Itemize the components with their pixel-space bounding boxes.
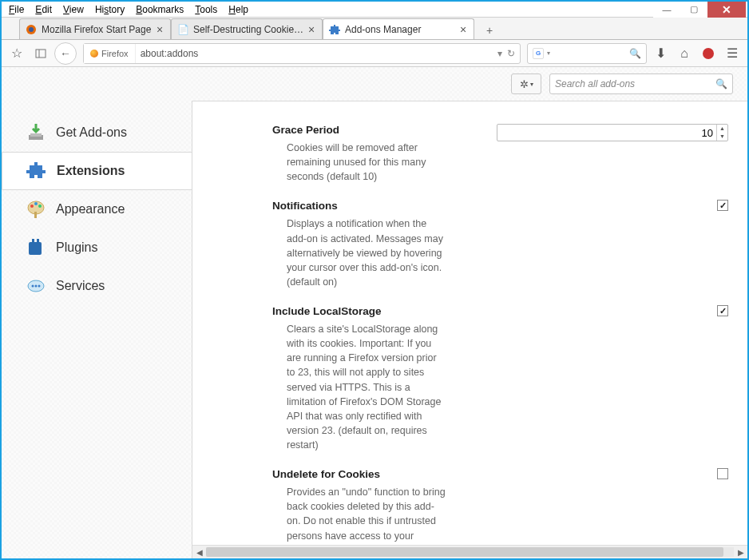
addon-search-placeholder: Search all add-ons <box>555 78 635 89</box>
appearance-icon <box>26 199 46 220</box>
tab-close-icon[interactable]: × <box>306 24 317 35</box>
dropdown-icon[interactable]: ▾ <box>497 48 502 59</box>
sidebar-item-extensions[interactable]: Extensions <box>2 152 192 190</box>
notifications-checkbox[interactable] <box>717 200 728 211</box>
menu-history[interactable]: History <box>89 3 130 16</box>
sidebar-item-label: Appearance <box>56 202 125 216</box>
svg-point-7 <box>30 205 34 208</box>
scroll-track[interactable] <box>206 547 734 557</box>
scroll-right-icon[interactable]: ▶ <box>734 548 747 557</box>
maximize-button[interactable]: ▢ <box>680 2 707 18</box>
pref-title: Include LocalStorage <box>272 305 446 317</box>
site-identity[interactable]: Firefox <box>84 44 136 63</box>
preferences-panel: Grace Period Cookies will be removed aft… <box>192 101 747 558</box>
svg-point-9 <box>38 205 42 208</box>
number-spinner[interactable]: ▲▼ <box>716 125 727 141</box>
pref-undelete: Undelete for Cookies Provides an "undo" … <box>272 468 728 545</box>
svg-rect-5 <box>30 133 42 137</box>
new-tab-button[interactable]: + <box>479 22 500 39</box>
url-text[interactable]: about:addons <box>136 48 493 59</box>
url-actions: ▾ ↻ <box>493 48 520 59</box>
tab-label: Mozilla Firefox Start Page <box>42 24 154 35</box>
sidebar-item-plugins[interactable]: Plugins <box>2 228 192 267</box>
pref-desc: Cookies will be removed after remaining … <box>272 141 446 184</box>
pref-desc: Clears a site's LocalStorage along with … <box>272 322 446 452</box>
pref-notifications: Notifications Displays a notification wh… <box>272 200 728 289</box>
svg-point-16 <box>35 285 38 288</box>
pref-localstorage: Include LocalStorage Clears a site's Loc… <box>272 305 728 452</box>
pref-grace-period: Grace Period Cookies will be removed aft… <box>272 124 728 184</box>
tools-menu-button[interactable]: ✲▾ <box>511 73 541 94</box>
adblock-icon[interactable] <box>698 43 719 64</box>
identity-label: Firefox <box>101 49 129 58</box>
menu-file[interactable]: File <box>3 3 30 16</box>
downloads-icon[interactable]: ⬇ <box>650 43 671 64</box>
svg-point-1 <box>29 27 34 32</box>
menu-view[interactable]: View <box>57 3 89 16</box>
tab-2[interactable]: Add-ons Manager × <box>323 18 474 39</box>
addon-search-box[interactable]: Search all add-ons 🔍 <box>549 73 733 94</box>
pref-title: Notifications <box>272 200 446 212</box>
firefox-icon <box>25 23 38 36</box>
sidebar-item-get-addons[interactable]: Get Add-ons <box>2 113 192 152</box>
search-icon[interactable]: 🔍 <box>629 48 641 59</box>
scroll-left-icon[interactable]: ◀ <box>192 548 206 557</box>
tab-close-icon[interactable]: × <box>458 24 469 35</box>
menu-help[interactable]: Help <box>223 3 254 16</box>
content-area: ✲▾ Search all add-ons 🔍 Get Add-ons Exte… <box>2 67 747 558</box>
svg-point-17 <box>38 285 41 288</box>
grace-period-input[interactable] <box>497 124 728 141</box>
minimize-button[interactable]: — <box>653 2 680 18</box>
svg-rect-10 <box>34 212 37 218</box>
pref-desc: Displays a notification when the add-on … <box>272 216 446 289</box>
tab-strip: Mozilla Firefox Start Page × 📄 Self-Dest… <box>2 18 747 40</box>
horizontal-scrollbar[interactable]: ◀ ▶ <box>192 545 747 558</box>
menu-bookmarks[interactable]: Bookmarks <box>130 3 189 16</box>
tab-close-icon[interactable]: × <box>154 24 165 35</box>
menu-icon[interactable]: ☰ <box>722 43 743 64</box>
sidebar-item-label: Plugins <box>56 240 97 255</box>
preferences-scroll[interactable]: Grace Period Cookies will be removed aft… <box>192 101 747 545</box>
google-icon: G <box>533 48 544 59</box>
svg-rect-2 <box>36 50 46 58</box>
undelete-checkbox[interactable] <box>717 468 728 479</box>
pref-desc: Provides an "undo" function to bring bac… <box>272 485 446 545</box>
sidebar-item-appearance[interactable]: Appearance <box>2 190 192 228</box>
category-sidebar: Get Add-ons Extensions Appearance Plugin… <box>2 101 192 558</box>
menu-tools[interactable]: Tools <box>189 3 223 16</box>
close-button[interactable]: ✕ <box>707 2 746 18</box>
svg-rect-11 <box>29 242 42 255</box>
toolbar: ☆ ← Firefox about:addons ▾ ↻ G ▾ 🔍 ⬇ ⌂ ☰ <box>2 40 747 67</box>
home-icon[interactable]: ⌂ <box>674 43 695 64</box>
sidebar-icon[interactable] <box>30 43 51 64</box>
back-button[interactable]: ← <box>54 42 77 65</box>
tab-1[interactable]: 📄 Self-Destructing Cookies -- Sur... × <box>171 18 323 39</box>
svg-rect-12 <box>32 239 34 243</box>
localstorage-checkbox[interactable] <box>717 305 728 316</box>
svg-point-15 <box>32 285 34 288</box>
svg-rect-13 <box>37 239 39 243</box>
search-dropdown-icon[interactable]: ▾ <box>547 50 550 57</box>
menu-bar: File Edit View History Bookmarks Tools H… <box>2 2 747 18</box>
search-box[interactable]: G ▾ 🔍 <box>527 43 647 64</box>
bookmark-star-icon[interactable]: ☆ <box>6 43 27 64</box>
sidebar-item-label: Get Add-ons <box>56 125 127 140</box>
sidebar-item-label: Services <box>56 279 105 293</box>
firefox-icon <box>90 50 98 58</box>
reload-icon[interactable]: ↻ <box>507 48 515 59</box>
scroll-thumb[interactable] <box>206 547 723 557</box>
url-bar[interactable]: Firefox about:addons ▾ ↻ <box>83 43 521 64</box>
menu-edit[interactable]: Edit <box>30 3 57 16</box>
addon-header: ✲▾ Search all add-ons 🔍 <box>2 67 747 101</box>
search-icon[interactable]: 🔍 <box>715 78 727 89</box>
sidebar-item-services[interactable]: Services <box>2 267 192 305</box>
tab-0[interactable]: Mozilla Firefox Start Page × <box>19 18 171 39</box>
tab-label: Self-Destructing Cookies -- Sur... <box>193 24 306 35</box>
window-frame: File Edit View History Bookmarks Tools H… <box>0 0 749 560</box>
page-icon: 📄 <box>176 23 189 36</box>
window-controls: — ▢ ✕ <box>653 2 746 18</box>
addon-body: Get Add-ons Extensions Appearance Plugin… <box>2 101 747 558</box>
get-addons-icon <box>26 122 46 143</box>
svg-point-8 <box>34 202 38 205</box>
services-icon <box>26 276 46 296</box>
